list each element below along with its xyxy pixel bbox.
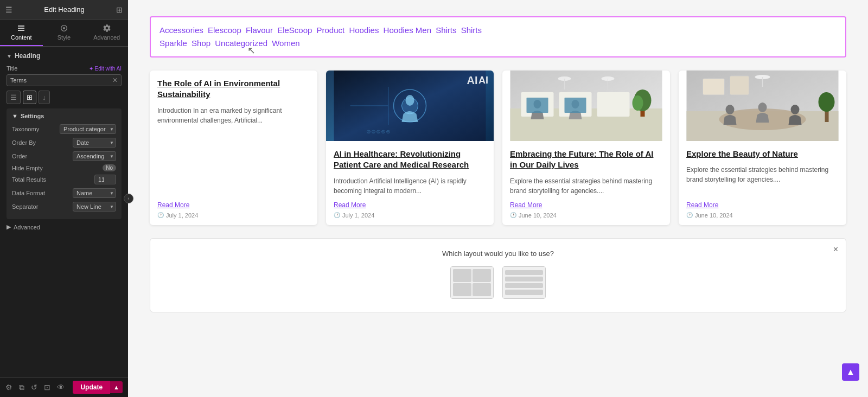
order-by-select-wrapper: Date ▼ xyxy=(73,137,116,148)
post-body-3: Embracing the Future: The Role of AI in … xyxy=(502,141,670,225)
advanced-arrow-icon: ▶ xyxy=(7,223,11,230)
footer-icons: ⚙ ⧉ ↺ ⊡ 👁 xyxy=(5,383,65,392)
layout-grid-preview xyxy=(451,267,493,298)
ai-icon: ✦ xyxy=(89,66,93,72)
separator-row: Separator New Line ▼ xyxy=(12,201,116,212)
hide-empty-toggle[interactable]: No xyxy=(103,164,116,171)
advanced-section[interactable]: ▶ Advanced xyxy=(7,223,122,230)
title-row: Title ✦ Edit with AI xyxy=(7,65,122,72)
menu-icon[interactable]: ☰ xyxy=(5,5,12,14)
post-date-1: July 1, 2024 xyxy=(157,212,310,219)
post-date-4: June 10, 2024 xyxy=(686,212,839,219)
data-format-select-wrapper: Name ▼ xyxy=(73,188,116,198)
cat-elescoop[interactable]: Elescoop xyxy=(208,25,241,35)
cat-hoodies[interactable]: Hoodies xyxy=(349,25,379,35)
heading-arrow[interactable]: ▼ xyxy=(7,53,12,59)
svg-point-31 xyxy=(791,105,800,114)
svg-text:◎ ◎ ◎ ◎ ◎: ◎ ◎ ◎ ◎ ◎ xyxy=(367,129,391,134)
post-title-2[interactable]: AI in Healthcare: Revolutionizing Patien… xyxy=(334,149,486,171)
post-body-4: Explore the Beauty of Nature Explore the… xyxy=(679,141,846,225)
post-title-1[interactable]: The Role of AI in Environmental Sustaina… xyxy=(157,78,310,100)
svg-point-1 xyxy=(63,27,65,29)
cat-sparkle[interactable]: Sparkle xyxy=(159,39,187,48)
post-body-2: AI in Healthcare: Revolutionizing Patien… xyxy=(326,141,494,225)
tab-advanced[interactable]: Advanced xyxy=(85,20,128,46)
post-card-4: Explore the Beauty of Nature Explore the… xyxy=(679,71,846,225)
settings-icon[interactable]: ⚙ xyxy=(5,383,12,392)
title-input[interactable] xyxy=(10,77,112,84)
svg-rect-33 xyxy=(730,76,749,95)
tab-content[interactable]: Content xyxy=(0,20,43,46)
cat-hoodies-men[interactable]: Hoodies Men xyxy=(384,25,431,35)
settings-section: ▼ Settings Taxonomy Product categor ▼ Or… xyxy=(7,108,122,219)
posts-grid: The Role of AI in Environmental Sustaina… xyxy=(150,71,846,225)
cat-elescoop2[interactable]: EleScoop xyxy=(277,25,312,35)
post-image-4 xyxy=(679,71,846,141)
title-input-wrapper: ✕ xyxy=(7,74,122,86)
order-by-select[interactable]: Date xyxy=(73,138,116,148)
category-heading-box: Accessories Elescoop Flavour EleScoop Pr… xyxy=(150,16,846,57)
post-title-4[interactable]: Explore the Beauty of Nature xyxy=(686,149,839,159)
cat-shirts[interactable]: Shirts xyxy=(436,25,456,35)
post-read-more-4[interactable]: Read More xyxy=(686,201,839,209)
responsive-icon[interactable]: ⊡ xyxy=(44,383,50,392)
total-results-input[interactable] xyxy=(94,175,116,184)
post-image-2: AI ◎ ◎ ◎ ◎ ◎ xyxy=(326,71,494,141)
cat-accessories[interactable]: Accessories xyxy=(159,25,203,35)
svg-rect-32 xyxy=(703,79,725,95)
cat-product[interactable]: Product xyxy=(317,25,345,35)
taxonomy-row: Taxonomy Product categor ▼ xyxy=(12,124,116,134)
layers-icon[interactable]: ⧉ xyxy=(19,383,24,392)
cat-flavour[interactable]: Flavour xyxy=(246,25,273,35)
post-excerpt-2: Introduction Artificial Intelligence (AI… xyxy=(334,176,486,196)
clear-input-icon[interactable]: ✕ xyxy=(112,76,118,84)
view-toggles: ☰ ⊞ ↓ xyxy=(7,91,122,104)
header-icons: ⊞ xyxy=(116,5,123,14)
taxonomy-select-wrapper: Product categor ▼ xyxy=(60,124,116,134)
post-card-2: AI ◎ ◎ ◎ ◎ ◎ AI in Healthcare: Revolutio… xyxy=(326,71,494,225)
post-excerpt-3: Explore the essential strategies behind … xyxy=(510,176,662,196)
data-format-row: Data Format Name ▼ xyxy=(12,188,116,198)
layout-dialog-close-btn[interactable]: × xyxy=(833,245,838,254)
order-select[interactable]: Ascending xyxy=(73,151,116,161)
eye-icon[interactable]: 👁 xyxy=(57,383,65,392)
post-title-3[interactable]: Embracing the Future: The Role of AI in … xyxy=(510,149,662,171)
layout-list-option[interactable] xyxy=(502,266,546,299)
categories-list: Accessories Elescoop Flavour EleScoop Pr… xyxy=(159,24,837,50)
panel-header: ☰ Edit Heading ⊞ xyxy=(0,0,128,20)
collapse-panel-handle[interactable]: ‹ xyxy=(124,194,133,203)
cat-shirts-sparkle[interactable]: Shirts xyxy=(461,25,482,35)
post-excerpt-4: Explore the essential strategies behind … xyxy=(686,165,839,195)
update-button[interactable]: Update xyxy=(73,381,110,394)
cat-women[interactable]: Women xyxy=(272,39,299,48)
scroll-to-top-btn[interactable]: ▲ xyxy=(842,363,859,381)
grid-view-btn[interactable]: ⊞ xyxy=(23,91,36,104)
post-read-more-2[interactable]: Read More xyxy=(334,201,486,209)
post-excerpt-1: Introduction In an era marked by signifi… xyxy=(157,106,310,196)
order-by-row: Order By Date ▼ xyxy=(12,137,116,148)
post-card-3: Embracing the Future: The Role of AI in … xyxy=(502,71,670,225)
history-icon[interactable]: ↺ xyxy=(31,383,37,392)
edit-with-ai-btn[interactable]: ✦ Edit with AI xyxy=(89,66,122,72)
list-view-btn[interactable]: ☰ xyxy=(7,91,21,104)
grid-icon[interactable]: ⊞ xyxy=(116,5,123,14)
update-chevron-btn[interactable]: ▲ xyxy=(110,381,123,393)
cat-shop[interactable]: Shop xyxy=(192,39,210,48)
separator-select-wrapper: New Line ▼ xyxy=(73,201,116,212)
svg-rect-18 xyxy=(565,98,586,113)
order-row: Order Ascending ▼ xyxy=(12,151,116,161)
taxonomy-select[interactable]: Product categor xyxy=(60,124,116,134)
layout-grid-option[interactable] xyxy=(450,266,494,299)
layout-options xyxy=(163,266,833,299)
tab-style[interactable]: Style xyxy=(43,20,86,46)
post-read-more-1[interactable]: Read More xyxy=(157,201,310,209)
svg-point-21 xyxy=(633,95,643,111)
post-read-more-3[interactable]: Read More xyxy=(510,201,662,209)
separator-select[interactable]: New Line xyxy=(73,202,116,212)
heading-section: ▼ Heading xyxy=(7,52,122,60)
data-format-select[interactable]: Name xyxy=(73,188,116,198)
cat-uncategorized[interactable]: Uncategorized xyxy=(215,39,267,48)
total-results-row: Total Results xyxy=(12,175,116,184)
down-arrow-btn[interactable]: ↓ xyxy=(39,91,50,104)
svg-rect-17 xyxy=(527,98,548,113)
